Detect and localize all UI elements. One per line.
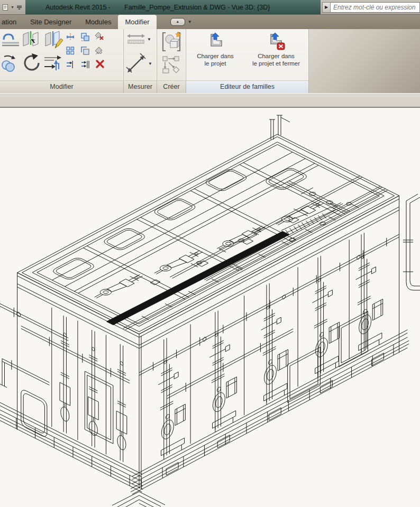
load-into-project-and-close-button[interactable]: Charger dansle projet et fermer bbox=[244, 31, 308, 78]
tool-trim[interactable] bbox=[66, 60, 75, 69]
tool-family-types[interactable] bbox=[162, 56, 181, 75]
title-bar: ▼ Autodesk Revit 2015 - Famille_Pompe_Ex… bbox=[0, 0, 420, 15]
window-title: Autodesk Revit 2015 - Famille_Pompe_Extr… bbox=[25, 0, 321, 14]
qat-tool-button[interactable] bbox=[2, 4, 9, 11]
infocenter-search: ▶ bbox=[321, 0, 420, 14]
app-name: Autodesk Revit 2015 - bbox=[45, 4, 111, 11]
tool-scale[interactable] bbox=[80, 46, 90, 56]
ribbon-empty-area bbox=[309, 29, 420, 93]
tool-join-geometry[interactable] bbox=[43, 30, 63, 50]
3d-view-canvas[interactable] bbox=[0, 108, 420, 507]
tool-cope[interactable] bbox=[1, 31, 20, 50]
tool-pin[interactable] bbox=[95, 46, 104, 56]
panel-label-mesurer[interactable]: Mesurer bbox=[124, 80, 157, 93]
load-into-project-icon bbox=[206, 31, 225, 50]
panel-modifier: Modifier bbox=[0, 29, 124, 93]
search-expand-button[interactable]: ▶ bbox=[322, 2, 331, 13]
left-wall bbox=[0, 255, 143, 493]
panel-label-creer[interactable]: Créer bbox=[157, 80, 186, 93]
document-icon bbox=[2, 4, 9, 11]
tool-trim-multiple[interactable] bbox=[80, 60, 90, 69]
measure-dropdown-caret: ▼ bbox=[147, 37, 151, 42]
tab-modifier[interactable]: Modifier bbox=[118, 15, 156, 29]
panel-creer: Créer bbox=[157, 29, 186, 93]
ribbon-state-toggle: ▲ ▼ bbox=[170, 15, 192, 29]
customize-toolbar-icon bbox=[16, 4, 23, 11]
tool-delete[interactable] bbox=[95, 59, 105, 69]
ribbon-minimize-dropdown[interactable]: ▼ bbox=[188, 20, 192, 24]
roof-plane bbox=[14, 134, 399, 336]
tool-measure-linear[interactable]: ▼ bbox=[126, 32, 151, 46]
qat-customize-button[interactable] bbox=[16, 4, 23, 11]
quick-access-toolbar: ▼ bbox=[0, 0, 25, 14]
tab-modules[interactable]: Modules bbox=[78, 15, 118, 29]
revit-window: ▼ Autodesk Revit 2015 - Famille_Pompe_Ex… bbox=[0, 0, 420, 507]
tool-create-group[interactable] bbox=[161, 31, 182, 53]
load-into-project-close-icon bbox=[267, 31, 286, 50]
ribbon-tab-bar: ation Site Designer Modules Modifier ▲ ▼ bbox=[0, 15, 420, 29]
tool-create-similar[interactable] bbox=[0, 53, 19, 72]
measure-between-dropdown-caret: ▼ bbox=[148, 61, 152, 66]
panel-editeur-de-familles: Charger dansle projet Charger dansle pro… bbox=[186, 29, 309, 93]
panel-label-editeur[interactable]: Editeur de familles bbox=[186, 80, 308, 93]
ribbon: Modifier ▼ ▼ Mesurer bbox=[0, 29, 420, 93]
tool-measure-between[interactable]: ▼ bbox=[125, 52, 152, 75]
document-name: Famille_Pompe_Extrusion & DWG - Vue 3D: … bbox=[124, 4, 270, 11]
3d-wireframe-drawing bbox=[0, 108, 420, 507]
load-into-project-button[interactable]: Charger dansle projet bbox=[187, 31, 243, 78]
load-close-button-label-line1: Charger dans bbox=[258, 53, 295, 59]
panel-mesurer: ▼ ▼ Mesurer bbox=[124, 29, 157, 93]
tab-site-designer[interactable]: Site Designer bbox=[23, 15, 78, 29]
panel-label-modifier[interactable]: Modifier bbox=[0, 80, 123, 93]
qat-dropdown[interactable]: ▼ bbox=[11, 5, 14, 9]
load-button-label-line1: Charger dans bbox=[197, 53, 234, 59]
search-input[interactable] bbox=[331, 2, 420, 13]
tool-copy[interactable] bbox=[80, 32, 90, 42]
tool-array[interactable] bbox=[66, 46, 75, 56]
tool-offset[interactable] bbox=[43, 52, 63, 72]
tool-rotate[interactable] bbox=[21, 52, 42, 73]
ribbon-minimize-button[interactable]: ▲ bbox=[170, 18, 185, 26]
tool-unpin[interactable] bbox=[95, 31, 104, 41]
options-bar bbox=[0, 93, 420, 108]
right-wall bbox=[131, 190, 409, 495]
tool-move[interactable] bbox=[66, 32, 75, 42]
tool-cut-geometry[interactable] bbox=[21, 30, 41, 50]
load-button-label-line2: le projet bbox=[205, 60, 226, 67]
tab-collaboration[interactable]: ation bbox=[0, 15, 23, 29]
load-close-button-label-line2: le projet et fermer bbox=[252, 60, 300, 67]
